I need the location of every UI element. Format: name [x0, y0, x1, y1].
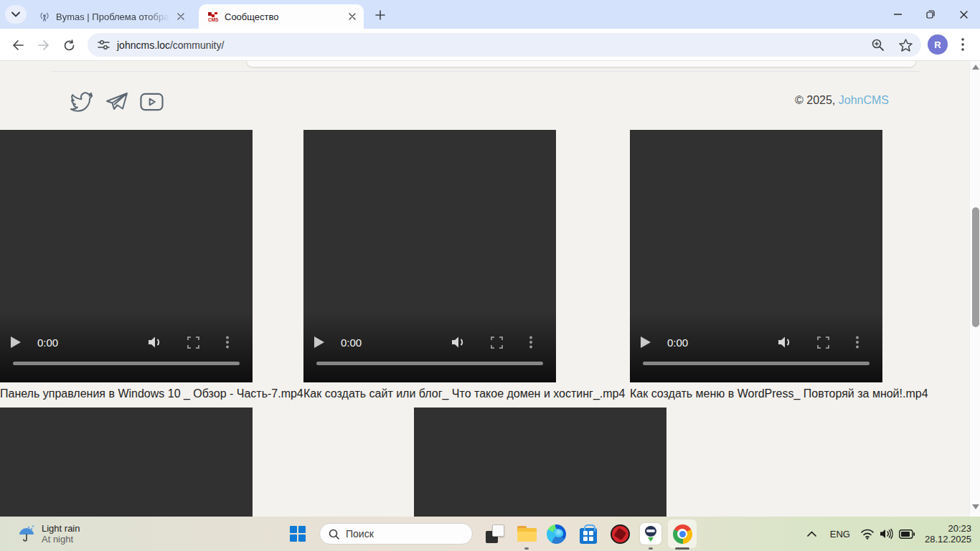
video-player-3[interactable]: 0:00 — [630, 130, 882, 382]
site-settings-icon[interactable] — [98, 39, 110, 51]
forward-button[interactable] — [33, 34, 55, 56]
tab-bymas[interactable]: Bymas | Проблема отображен — [30, 4, 192, 29]
back-button[interactable] — [7, 34, 29, 56]
tab-title: Сообщество — [225, 11, 341, 22]
weather-text: Light rain At night — [42, 523, 80, 545]
taskbar-clock[interactable]: 20:23 28.12.2025 — [920, 523, 980, 545]
copyright-text: © 2025, — [795, 94, 835, 106]
close-window-button[interactable] — [947, 0, 980, 29]
video-filename: Как создать сайт или блог_ Что такое дом… — [303, 387, 625, 400]
video-player-2[interactable]: 0:00 — [303, 130, 556, 382]
new-tab-button[interactable] — [371, 6, 390, 24]
volume-icon[interactable] — [148, 336, 164, 349]
minimize-button[interactable] — [881, 0, 914, 29]
youtube-icon — [140, 93, 164, 111]
telegram-link[interactable] — [105, 90, 128, 113]
video-controls: 0:00 — [303, 334, 556, 355]
video-controls: 0:00 — [630, 334, 882, 355]
video-filename: Панель управления в Windows 10 _ Обзор -… — [0, 387, 303, 400]
copyright: © 2025, JohnCMS — [795, 94, 889, 107]
footer-social-links — [70, 90, 164, 113]
volume-icon[interactable] — [451, 336, 467, 349]
weather-detail: At night — [42, 534, 80, 545]
video-seekbar[interactable] — [643, 362, 870, 365]
taskbar: Light rain At night Поиск — [0, 517, 980, 551]
video-overflow-icon[interactable] — [856, 336, 859, 349]
play-icon[interactable] — [640, 336, 651, 349]
zoom-icon[interactable] — [871, 38, 885, 52]
microsoft-store-button[interactable] — [575, 521, 601, 547]
tray-status-icons[interactable] — [859, 528, 920, 540]
tab-community[interactable]: CMS Сообщество — [199, 4, 364, 29]
search-placeholder: Поиск — [346, 528, 374, 540]
bookmark-star-icon[interactable] — [899, 39, 913, 52]
profile-avatar[interactable]: R — [928, 34, 948, 55]
page-scrollbar[interactable] — [969, 61, 980, 517]
weather-widget[interactable]: Light rain At night — [11, 517, 85, 551]
fullscreen-icon[interactable] — [187, 336, 199, 349]
browser-menu-button[interactable] — [954, 34, 971, 55]
avatar-initial: R — [934, 39, 941, 50]
play-icon[interactable] — [10, 336, 22, 349]
youtube-link[interactable] — [140, 90, 164, 113]
task-view-button[interactable] — [482, 521, 508, 547]
johncms-link[interactable]: JohnCMS — [839, 94, 889, 106]
reload-button[interactable] — [58, 34, 80, 56]
fullscreen-icon[interactable] — [817, 336, 829, 349]
tray-expand-button[interactable] — [803, 523, 821, 545]
chrome-active-indicator — [675, 547, 689, 550]
red-app-button[interactable] — [607, 521, 633, 547]
search-icon — [329, 529, 339, 540]
tab-search-button[interactable] — [5, 5, 27, 24]
desktop-screen: Bymas | Проблема отображен CMS Сообществ… — [0, 0, 980, 551]
tab-title: Bymas | Проблема отображен — [56, 11, 169, 22]
scroll-up-arrow[interactable] — [972, 65, 979, 70]
tab-close-icon[interactable] — [347, 11, 358, 22]
url-host: johncms.loc — [117, 39, 170, 51]
start-button[interactable] — [286, 522, 309, 545]
ninja-app-button[interactable] — [638, 521, 664, 547]
ninja-app-icon — [640, 523, 661, 545]
taskbar-search[interactable]: Поиск — [319, 523, 473, 545]
chrome-icon — [673, 524, 692, 544]
chevron-down-icon — [11, 11, 20, 17]
running-indicator — [524, 547, 529, 550]
video-overflow-icon[interactable] — [529, 336, 532, 349]
wifi-icon — [860, 528, 875, 540]
tab-close-icon[interactable] — [175, 11, 187, 22]
reload-icon — [63, 39, 75, 52]
video-player-1[interactable]: 0:00 — [0, 130, 253, 382]
play-icon[interactable] — [314, 336, 325, 349]
file-explorer-button[interactable] — [514, 521, 540, 547]
restore-button[interactable] — [914, 0, 947, 29]
url-text[interactable]: johncms.loc/community/ — [117, 39, 224, 51]
store-icon — [580, 528, 597, 544]
plus-icon — [375, 10, 385, 20]
johncms-favicon-icon: CMS — [207, 11, 219, 22]
task-view-icon — [486, 524, 504, 543]
scrollbar-thumb[interactable] — [972, 207, 979, 327]
video-seekbar[interactable] — [13, 362, 240, 365]
fullscreen-icon[interactable] — [491, 336, 503, 349]
red-app-icon — [611, 524, 630, 544]
close-icon — [960, 11, 968, 19]
address-bar[interactable]: johncms.loc/community/ — [88, 33, 921, 57]
video-time: 0:00 — [37, 336, 58, 349]
omnibox-actions — [871, 33, 913, 57]
chrome-button[interactable] — [669, 521, 695, 547]
weather-condition: Light rain — [42, 523, 80, 534]
video-controls: 0:00 — [0, 334, 253, 355]
language-indicator[interactable]: ENG — [821, 529, 859, 540]
kebab-menu-icon — [961, 38, 964, 51]
volume-icon[interactable] — [778, 336, 793, 349]
video-overflow-icon[interactable] — [226, 336, 229, 349]
scroll-down-arrow[interactable] — [972, 504, 979, 509]
video-seekbar[interactable] — [316, 362, 543, 365]
clock-date: 28.12.2025 — [925, 534, 971, 545]
chevron-up-icon — [807, 531, 816, 537]
twitter-link[interactable] — [70, 90, 93, 113]
browser-toolbar: johncms.loc/community/ R — [0, 29, 980, 61]
forward-icon — [37, 39, 50, 51]
battery-icon — [899, 529, 915, 539]
edge-button[interactable] — [543, 521, 569, 547]
